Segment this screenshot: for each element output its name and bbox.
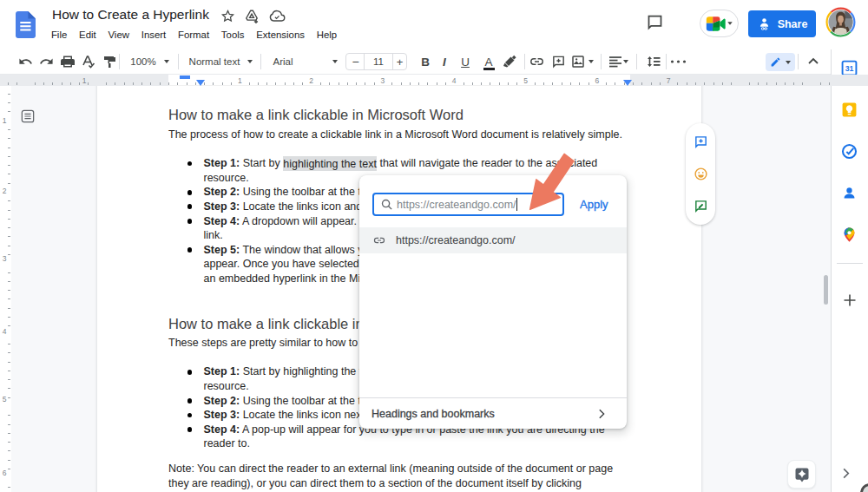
svg-text:31: 31: [845, 64, 854, 73]
